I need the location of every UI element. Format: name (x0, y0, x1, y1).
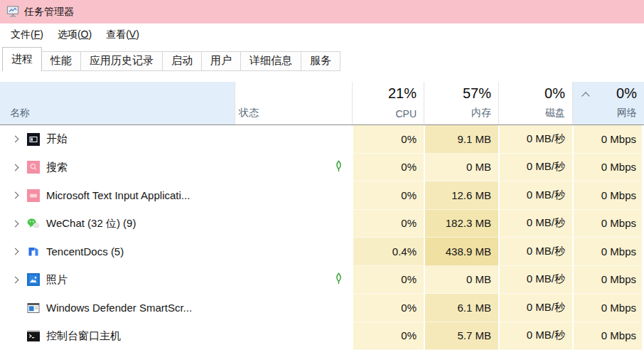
cpu-usage-cell[interactable]: 0% (352, 125, 424, 154)
process-name-cell[interactable]: Microsoft Text Input Applicati... (0, 181, 235, 210)
tab-1[interactable]: 性能 (42, 51, 81, 71)
expand-chevron-icon[interactable] (9, 221, 27, 226)
network-usage-cell[interactable]: 0 Mbps (572, 266, 644, 295)
disk-usage-cell[interactable]: 0 MB/秒 (498, 266, 572, 295)
cpu-usage-cell[interactable]: 0% (352, 294, 424, 322)
process-name: 搜索 (46, 161, 68, 174)
network-usage-cell[interactable]: 0 Mbps (572, 294, 644, 322)
title-bar[interactable]: 任务管理器 (0, 0, 644, 23)
cpu-usage-cell[interactable]: 0% (352, 154, 424, 182)
memory-usage-cell[interactable]: 0 MB (424, 154, 498, 182)
process-row-2[interactable]: Microsoft Text Input Applicati...0%12.6 … (0, 181, 644, 210)
process-row-3[interactable]: WeChat (32 位) (9)0%182.3 MB0 MB/秒0 Mbps (0, 210, 644, 238)
table-header: 名称 状态 21% CPU 57% 内存 0% 磁盘 0% 网络 (0, 82, 644, 125)
status-cell[interactable] (235, 181, 352, 210)
column-header-cpu[interactable]: 21% CPU (352, 82, 424, 124)
memory-usage-cell[interactable]: 5.7 MB (424, 322, 498, 350)
network-usage-cell[interactable]: 0 Mbps (572, 154, 644, 182)
network-usage-cell[interactable]: 0 Mbps (572, 125, 644, 154)
status-cell[interactable] (235, 322, 352, 350)
process-name: Microsoft Text Input Applicati... (46, 189, 190, 201)
network-usage-cell[interactable]: 0 Mbps (572, 210, 644, 238)
process-row-1[interactable]: 搜索0%0 MB0 MB/秒0 Mbps (0, 154, 644, 182)
photos-icon (27, 273, 40, 286)
column-header-name[interactable]: 名称 (0, 82, 235, 124)
eco-leaf-icon (334, 160, 343, 175)
tab-bar: 进程性能应用历史记录启动用户详细信息服务 (0, 46, 644, 71)
disk-usage-cell[interactable]: 0 MB/秒 (498, 210, 572, 238)
process-name-cell[interactable]: 搜索 (0, 154, 235, 182)
column-header-memory[interactable]: 57% 内存 (424, 82, 498, 124)
process-name-cell[interactable]: 照片 (0, 266, 235, 295)
disk-usage-cell[interactable]: 0 MB/秒 (498, 125, 572, 154)
process-name: 开始 (46, 132, 68, 146)
cpu-usage-cell[interactable]: 0.4% (352, 238, 424, 266)
memory-usage-cell[interactable]: 9.1 MB (424, 125, 498, 154)
disk-column-label: 磁盘 (545, 107, 565, 120)
cpu-column-label: CPU (395, 108, 417, 120)
status-cell[interactable] (235, 266, 352, 295)
process-name-cell[interactable]: 控制台窗口主机 (0, 322, 235, 350)
memory-usage-cell[interactable]: 0 MB (424, 266, 498, 295)
memory-usage-cell[interactable]: 182.3 MB (424, 210, 498, 238)
start-icon (27, 133, 40, 146)
expand-chevron-icon[interactable] (9, 277, 27, 282)
memory-usage-cell[interactable]: 438.9 MB (424, 238, 498, 266)
process-row-6[interactable]: Windows Defender SmartScr...0%6.1 MB0 MB… (0, 294, 644, 322)
process-name-cell[interactable]: 开始 (0, 125, 235, 154)
tab-4[interactable]: 用户 (202, 51, 241, 71)
process-name: 控制台窗口主机 (46, 329, 121, 343)
status-cell[interactable] (235, 125, 352, 154)
expand-chevron-icon[interactable] (9, 137, 27, 142)
memory-usage-cell[interactable]: 6.1 MB (424, 294, 498, 322)
tab-0[interactable]: 进程 (2, 47, 42, 71)
status-cell[interactable] (235, 238, 352, 266)
process-name-cell[interactable]: WeChat (32 位) (9) (0, 210, 235, 238)
cpu-usage-cell[interactable]: 0% (352, 322, 424, 350)
process-name-cell[interactable]: Windows Defender SmartScr... (0, 294, 235, 322)
status-cell[interactable] (235, 154, 352, 182)
process-row-7[interactable]: 控制台窗口主机0%5.7 MB0 MB/秒0 Mbps (0, 322, 644, 350)
tab-6[interactable]: 服务 (301, 51, 340, 71)
network-usage-cell[interactable]: 0 Mbps (572, 238, 644, 266)
status-cell[interactable] (235, 210, 352, 238)
eco-leaf-icon (334, 272, 343, 287)
process-row-4[interactable]: TencentDocs (5)0.4%438.9 MB0 MB/秒0 Mbps (0, 238, 644, 266)
disk-total-usage: 0% (544, 85, 565, 102)
process-row-0[interactable]: 开始0%9.1 MB0 MB/秒0 Mbps (0, 125, 644, 154)
column-header-disk[interactable]: 0% 磁盘 (498, 82, 572, 124)
cpu-usage-cell[interactable]: 0% (352, 181, 424, 210)
tab-2[interactable]: 应用历史记录 (81, 51, 163, 71)
process-name: WeChat (32 位) (9) (46, 217, 136, 230)
menu-item-0[interactable]: 文件(F) (6, 26, 48, 44)
disk-usage-cell[interactable]: 0 MB/秒 (498, 238, 572, 266)
defender-icon (27, 302, 40, 314)
tab-5[interactable]: 详细信息 (241, 51, 301, 71)
process-row-5[interactable]: 照片0%0 MB0 MB/秒0 Mbps (0, 266, 644, 295)
process-name: 照片 (46, 273, 68, 287)
expand-chevron-icon[interactable] (9, 165, 27, 170)
tab-3[interactable]: 启动 (163, 51, 202, 71)
expand-chevron-icon[interactable] (9, 249, 27, 254)
search-icon (27, 161, 40, 174)
disk-usage-cell[interactable]: 0 MB/秒 (498, 294, 572, 322)
process-name-cell[interactable]: TencentDocs (5) (0, 238, 235, 266)
process-name: TencentDocs (5) (46, 245, 124, 258)
expand-chevron-icon[interactable] (9, 193, 27, 198)
menu-item-1[interactable]: 选项(O) (53, 26, 96, 44)
column-header-network[interactable]: 0% 网络 (572, 82, 644, 124)
disk-usage-cell[interactable]: 0 MB/秒 (498, 322, 572, 350)
memory-usage-cell[interactable]: 12.6 MB (424, 181, 498, 210)
column-header-status[interactable]: 状态 (235, 82, 352, 124)
network-usage-cell[interactable]: 0 Mbps (572, 322, 644, 350)
menu-bar: 文件(F)选项(O)查看(V) (0, 23, 644, 46)
disk-usage-cell[interactable]: 0 MB/秒 (498, 154, 572, 182)
cpu-usage-cell[interactable]: 0% (352, 266, 424, 295)
disk-usage-cell[interactable]: 0 MB/秒 (498, 181, 572, 210)
status-cell[interactable] (235, 294, 352, 322)
network-usage-cell[interactable]: 0 Mbps (572, 181, 644, 210)
menu-item-2[interactable]: 查看(V) (102, 26, 144, 44)
name-column-label: 名称 (10, 107, 30, 120)
process-list: 开始0%9.1 MB0 MB/秒0 Mbps搜索0%0 MB0 MB/秒0 Mb… (0, 125, 644, 350)
cpu-usage-cell[interactable]: 0% (352, 210, 424, 238)
